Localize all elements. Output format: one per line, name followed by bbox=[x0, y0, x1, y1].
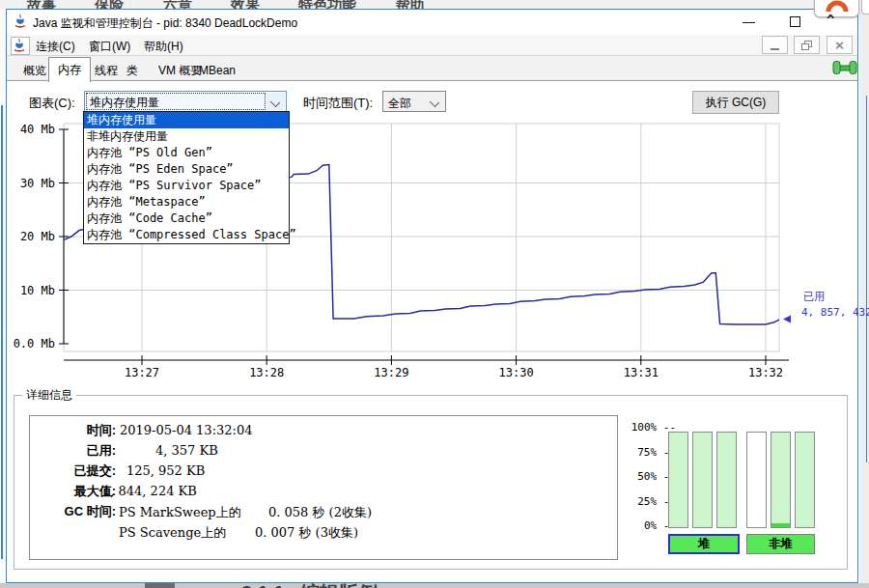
caret-up-icon: ^ bbox=[827, 13, 834, 28]
orange-logo-icon bbox=[815, 0, 858, 16]
svg-text:已用: 已用 bbox=[803, 291, 825, 303]
dropdown-option-6[interactable]: 内存池 “Code Cache” bbox=[84, 210, 289, 227]
dropdown-option-0[interactable]: 堆内存使用量 bbox=[84, 112, 289, 128]
heap-memory-usage-chart[interactable]: 40 Mb30 Mb20 Mb10 Mb0.0 Mb13:2713:2813:2… bbox=[0, 0, 869, 588]
svg-text:13:28: 13:28 bbox=[249, 366, 284, 379]
svg-text:13:27: 13:27 bbox=[125, 366, 159, 379]
floating-overlay-button[interactable] bbox=[861, 0, 869, 14]
svg-text:30 Mb: 30 Mb bbox=[20, 177, 55, 190]
svg-text:0.0 Mb: 0.0 Mb bbox=[14, 337, 55, 350]
svg-text:13:32: 13:32 bbox=[748, 366, 783, 379]
dropdown-option-1[interactable]: 非堆内存使用量 bbox=[84, 128, 289, 145]
svg-text:13:30: 13:30 bbox=[499, 366, 534, 379]
svg-text:10 Mb: 10 Mb bbox=[20, 284, 55, 297]
dropdown-option-3[interactable]: 内存池 “PS Eden Space” bbox=[84, 161, 289, 178]
floating-overlay-button[interactable] bbox=[814, 0, 859, 17]
svg-text:13:31: 13:31 bbox=[624, 366, 659, 379]
chart-type-dropdown: 堆内存使用量非堆内存使用量内存池 “PS Old Gen”内存池 “PS Ede… bbox=[83, 111, 290, 244]
svg-text:13:29: 13:29 bbox=[374, 366, 408, 379]
dropdown-option-2[interactable]: 内存池 “PS Old Gen” bbox=[84, 145, 289, 161]
svg-text:4, 857, 432: 4, 857, 432 bbox=[801, 306, 869, 319]
svg-text:40 Mb: 40 Mb bbox=[20, 123, 55, 136]
dropdown-option-5[interactable]: 内存池 “Metaspace” bbox=[84, 194, 289, 210]
dropdown-option-7[interactable]: 内存池 “Compressed Class Space” bbox=[84, 227, 289, 243]
svg-text:20 Mb: 20 Mb bbox=[20, 230, 55, 243]
dropdown-option-4[interactable]: 内存池 “PS Survivor Space” bbox=[84, 178, 289, 194]
